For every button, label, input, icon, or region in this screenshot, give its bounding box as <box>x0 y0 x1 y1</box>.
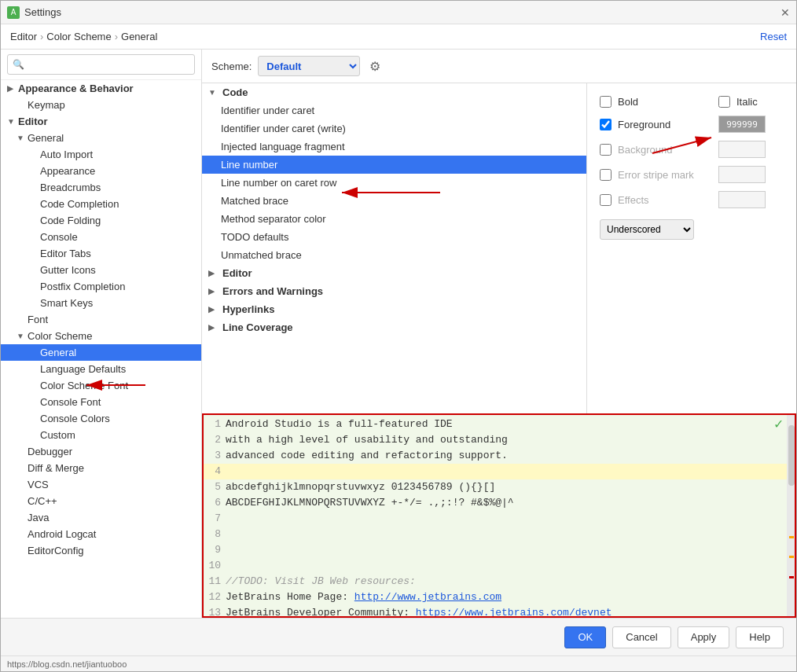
sidebar-item-custom[interactable]: Custom <box>1 427 201 443</box>
error-stripe-color-box[interactable] <box>718 166 766 183</box>
foreground-color-box[interactable]: 999999 <box>718 116 766 133</box>
line-number: 11 <box>204 574 226 589</box>
code-tree-item-line-coverage[interactable]: ▶ Line Coverage <box>202 318 586 336</box>
code-tree-item-code[interactable]: ▼ Code <box>202 83 586 101</box>
sidebar-item-smart-keys[interactable]: Smart Keys <box>1 295 201 311</box>
preview-line: 10 <box>204 558 795 574</box>
code-tree-label: Matched brace <box>221 195 288 207</box>
code-tree-item-injected[interactable]: Injected language fragment <box>202 138 586 156</box>
bold-label: Bold <box>618 96 712 108</box>
preview-panel: ✓ 1 Android Studio is a full-featured ID… <box>202 413 796 618</box>
error-stripe-row: Error stripe mark <box>600 166 796 183</box>
bold-checkbox[interactable] <box>600 96 612 108</box>
expand-icon: ▶ <box>208 323 219 332</box>
code-tree-label: Line number on caret row <box>221 177 336 189</box>
effects-checkbox[interactable] <box>600 194 612 206</box>
sidebar-item-keymap[interactable]: Keymap <box>1 97 201 113</box>
preview-line: 7 <box>204 511 795 527</box>
code-tree-item-line-number[interactable]: Line number <box>202 156 586 174</box>
sidebar-item-console-colors[interactable]: Console Colors <box>1 410 201 427</box>
error-stripe-checkbox[interactable] <box>600 169 612 181</box>
sidebar-item-appearance-behavior[interactable]: ▶ Appearance & Behavior <box>1 80 201 97</box>
breadcrumb-part3: General <box>121 31 157 42</box>
sidebar-item-color-scheme-font[interactable]: Color Scheme Font <box>1 377 201 394</box>
sidebar-item-vcs[interactable]: VCS <box>1 476 201 493</box>
code-tree-item-identifier-caret[interactable]: Identifier under caret <box>202 101 586 119</box>
preview-line: 8 <box>204 527 795 542</box>
foreground-checkbox[interactable] <box>600 119 612 130</box>
close-button[interactable]: ✕ <box>780 6 790 19</box>
italic-checkbox[interactable] <box>718 96 730 108</box>
scrollbar[interactable] <box>787 415 795 616</box>
code-tree-item-errors-warnings[interactable]: ▶ Errors and Warnings <box>202 282 586 300</box>
sidebar-label: VCS <box>28 479 49 490</box>
sidebar-item-color-scheme[interactable]: ▼ Color Scheme <box>1 328 201 344</box>
sidebar-item-console-font[interactable]: Console Font <box>1 394 201 410</box>
preview-line: 5 abcdefghijklmnopqrstuvwxyz 0123456789 … <box>204 479 795 495</box>
sidebar-label: Appearance <box>40 165 95 177</box>
sidebar-item-java[interactable]: Java <box>1 509 201 526</box>
sidebar-item-console[interactable]: Console <box>1 229 201 245</box>
code-tree-label: Line number <box>221 159 277 171</box>
cancel-button[interactable]: Cancel <box>612 626 670 648</box>
sidebar-item-cs-general[interactable]: General <box>1 344 201 361</box>
sidebar-item-font[interactable]: Font <box>1 311 201 328</box>
expand-icon: ▼ <box>208 88 219 97</box>
code-tree-item-line-number-caret[interactable]: Line number on caret row <box>202 174 586 192</box>
sidebar-item-breadcrumbs[interactable]: Breadcrumbs <box>1 179 201 196</box>
sidebar-item-debugger[interactable]: Debugger <box>1 443 201 460</box>
sidebar-item-code-completion[interactable]: Code Completion <box>1 196 201 212</box>
apply-button[interactable]: Apply <box>678 626 730 648</box>
preview-line: 12 JetBrains Home Page: http://www.jetbr… <box>204 589 795 605</box>
sidebar-item-editor-tabs[interactable]: Editor Tabs <box>1 245 201 262</box>
reset-button[interactable]: Reset <box>760 31 787 42</box>
background-label: Background <box>618 144 712 156</box>
sidebar-label: Color Scheme <box>28 330 92 342</box>
sidebar-item-appearance[interactable]: Appearance <box>1 163 201 179</box>
line-content: JetBrains Home Page: http://www.jetbrain… <box>226 589 795 605</box>
sidebar-label: Console <box>40 231 78 243</box>
sidebar-item-gutter-icons[interactable]: Gutter Icons <box>1 262 201 278</box>
code-tree-item-hyperlinks[interactable]: ▶ Hyperlinks <box>202 300 586 318</box>
sidebar-item-editor[interactable]: ▼ Editor <box>1 113 201 130</box>
scroll-thumb[interactable] <box>788 425 795 486</box>
code-tree-item-editor-group[interactable]: ▶ Editor <box>202 264 586 282</box>
link[interactable]: http://www.jetbrains.com <box>354 591 501 603</box>
scheme-select[interactable]: Default <box>258 56 360 76</box>
sidebar-item-general[interactable]: ▼ General <box>1 130 201 146</box>
gear-button[interactable]: ⚙ <box>366 57 384 75</box>
effects-color-box[interactable] <box>718 191 766 208</box>
sidebar-item-cpp[interactable]: C/C++ <box>1 493 201 509</box>
code-tree-item-todo[interactable]: TODO defaults <box>202 228 586 246</box>
ok-button[interactable]: OK <box>564 626 606 648</box>
sidebar-item-language-defaults[interactable]: Language Defaults <box>1 361 201 377</box>
sidebar-item-code-folding[interactable]: Code Folding <box>1 212 201 229</box>
sidebar-item-editor-config[interactable]: EditorConfig <box>1 542 201 559</box>
line-content: //TODO: Visit JB Web resources: <box>226 574 795 589</box>
line-content: advanced code editing and refactoring su… <box>226 448 795 464</box>
sidebar-label: Color Scheme Font <box>40 380 128 391</box>
effects-select[interactable]: Underscored <box>600 219 694 240</box>
code-tree-item-matched-brace[interactable]: Matched brace <box>202 192 586 210</box>
code-tree-item-identifier-caret-write[interactable]: Identifier under caret (write) <box>202 119 586 138</box>
breadcrumb-sep1: › <box>40 31 43 42</box>
sidebar-item-android-logcat[interactable]: Android Logcat <box>1 526 201 542</box>
background-color-box[interactable] <box>718 141 766 158</box>
sidebar-item-auto-import[interactable]: Auto Import <box>1 146 201 163</box>
effects-row: Effects <box>600 191 796 208</box>
bold-italic-row: Bold Italic <box>600 96 796 108</box>
preview-line: 4 <box>204 464 795 479</box>
background-checkbox[interactable] <box>600 144 612 156</box>
sidebar-item-postfix[interactable]: Postfix Completion <box>1 278 201 295</box>
code-tree-label: Editor <box>222 267 252 279</box>
upper-panel: ▼ Code Identifier under caret Identifier… <box>202 83 796 413</box>
search-input[interactable] <box>7 54 195 75</box>
scheme-label: Scheme: <box>211 61 252 72</box>
link[interactable]: https://www.jetbrains.com/devnet <box>416 607 612 616</box>
sidebar-label: Keymap <box>28 99 65 111</box>
help-button[interactable]: Help <box>736 626 784 648</box>
code-tree-item-unmatched-brace[interactable]: Unmatched brace <box>202 246 586 264</box>
sidebar-item-diff-merge[interactable]: Diff & Merge <box>1 460 201 476</box>
line-number: 4 <box>204 464 226 479</box>
code-tree-item-method-separator[interactable]: Method separator color <box>202 210 586 228</box>
